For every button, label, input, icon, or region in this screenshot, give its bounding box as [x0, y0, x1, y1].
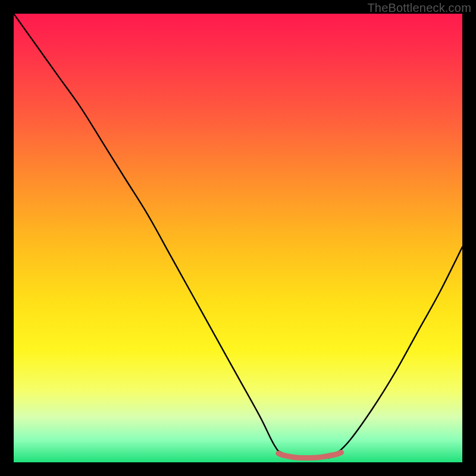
- chart-svg: [14, 14, 462, 462]
- bottleneck-curve: [14, 14, 462, 458]
- attribution-text: TheBottleneck.com: [367, 1, 471, 15]
- optimal-band: [278, 452, 342, 458]
- chart-frame: TheBottleneck.com: [0, 0, 476, 476]
